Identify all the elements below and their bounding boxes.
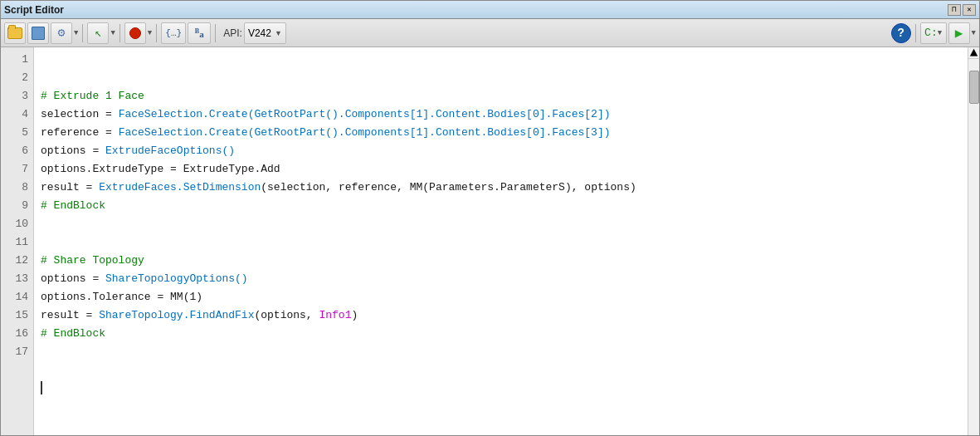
- sep5: [915, 24, 916, 42]
- line-number: 9: [6, 197, 28, 215]
- line-number: 3: [6, 87, 28, 105]
- code-line: [41, 343, 961, 361]
- line-number: 2: [6, 69, 28, 87]
- line-number: 17: [6, 343, 28, 361]
- line-number: 10: [6, 215, 28, 233]
- line-number: 16: [6, 325, 28, 343]
- token-blue: ShareTopology.FindAndFix: [99, 309, 254, 321]
- sep1: [82, 24, 83, 42]
- code-line: [41, 361, 961, 380]
- token-plain: result =: [41, 309, 99, 321]
- scroll-up-button[interactable]: ▲: [968, 47, 979, 59]
- folder-icon: [7, 27, 22, 39]
- code-line: selection = FaceSelection.Create(GetRoot…: [41, 105, 961, 124]
- code-line: options.ExtrudeType = ExtrudeType.Add: [41, 160, 961, 179]
- code-editor[interactable]: # Extrude 1 Faceselection = FaceSelectio…: [34, 47, 968, 435]
- code-line: [41, 380, 961, 398]
- scope-icon: Ba: [195, 27, 204, 39]
- token-plain: options =: [41, 145, 105, 157]
- code-line: result = ShareTopology.FindAndFix(option…: [41, 306, 961, 325]
- token-blue: FaceSelection.Create(GetRootPart().Compo…: [119, 108, 611, 120]
- open-button[interactable]: [4, 22, 26, 44]
- cursor-arrow: ▼: [110, 29, 115, 37]
- api-label: API:: [223, 27, 242, 39]
- token-plain: options =: [41, 272, 105, 285]
- help-button[interactable]: ?: [891, 23, 911, 43]
- scrollbar-thumb[interactable]: [969, 71, 979, 104]
- scope-button[interactable]: Ba: [188, 22, 211, 44]
- run-button[interactable]: ▶: [948, 22, 970, 44]
- sep3: [156, 24, 157, 42]
- token-comment: # Share Topology: [41, 254, 144, 267]
- token-blue: ExtrudeFaceOptions(): [105, 145, 235, 157]
- api-dropdown-arrow: ▼: [275, 29, 282, 37]
- text-cursor: [41, 381, 42, 394]
- line-number: 12: [6, 252, 28, 270]
- token-blue: ExtrudeFaces.SetDimension: [99, 181, 261, 194]
- line-number: 14: [6, 288, 28, 306]
- token-plain: ): [351, 309, 358, 321]
- title-bar: Script Editor ⊓ ✕: [1, 1, 979, 19]
- token-plain: reference =: [41, 126, 119, 139]
- line-number: 6: [6, 142, 28, 160]
- gear-icon: ⚙: [57, 25, 65, 41]
- save-button[interactable]: [27, 22, 49, 44]
- run-options-button[interactable]: C: ▼: [920, 22, 947, 44]
- record-button[interactable]: [124, 22, 146, 44]
- code-line: options = ExtrudeFaceOptions(): [41, 142, 961, 160]
- run-options-arrow: ▼: [938, 29, 942, 37]
- line-number: 5: [6, 124, 28, 142]
- close-button[interactable]: ✕: [963, 4, 976, 16]
- api-version-dropdown[interactable]: V242 ▼: [244, 22, 286, 44]
- sep4: [215, 24, 216, 42]
- braces-icon: {…}: [165, 28, 182, 38]
- settings-arrow: ▼: [74, 29, 78, 37]
- token-plain: selection =: [41, 108, 119, 120]
- line-number: 7: [6, 160, 28, 179]
- toolbar: ⚙ ▼ ↖ ▼ ▼ {…} Ba API: V242 ▼: [1, 19, 979, 47]
- cursor-button[interactable]: ↖: [87, 22, 109, 44]
- title-bar-controls: ⊓ ✕: [948, 4, 976, 16]
- line-number: 4: [6, 105, 28, 124]
- script-editor-window: Script Editor ⊓ ✕ ⚙ ▼ ↖ ▼ ▼: [0, 0, 980, 436]
- token-plain: (options,: [254, 309, 319, 321]
- token-plain: (selection, reference, MM(Parameters.Par…: [261, 181, 636, 194]
- sep2: [119, 24, 120, 42]
- window-title: Script Editor: [4, 4, 64, 16]
- run-options-icon: C:: [924, 27, 938, 39]
- pin-button[interactable]: ⊓: [948, 4, 961, 16]
- token-blue: FaceSelection.Create(GetRootPart().Compo…: [119, 126, 611, 139]
- code-line: result = ExtrudeFaces.SetDimension(selec…: [41, 179, 961, 197]
- token-comment: # EndBlock: [41, 199, 105, 212]
- title-bar-left: Script Editor: [4, 4, 64, 16]
- code-line: reference = FaceSelection.Create(GetRoot…: [41, 124, 961, 142]
- editor-area: 1234567891011121314151617 # Extrude 1 Fa…: [1, 47, 979, 435]
- code-line: # Share Topology: [41, 252, 961, 270]
- code-line: # Extrude 1 Face: [41, 87, 961, 105]
- token-blue: ShareTopologyOptions(): [105, 272, 248, 285]
- help-icon: ?: [897, 27, 904, 40]
- line-number: 8: [6, 179, 28, 197]
- code-line: [41, 233, 961, 252]
- token-plain: options.ExtrudeType = ExtrudeType.Add: [41, 163, 280, 175]
- line-number: 1: [6, 51, 28, 69]
- scrollbar[interactable]: ▲: [968, 47, 979, 435]
- cursor-icon: ↖: [95, 26, 101, 40]
- code-line: options.Tolerance = MM(1): [41, 288, 961, 306]
- code-line: options = ShareTopologyOptions(): [41, 270, 961, 288]
- api-version-label: V242: [248, 27, 271, 39]
- code-line: # EndBlock: [41, 197, 961, 215]
- play-icon: ▶: [955, 25, 963, 42]
- line-number: 15: [6, 306, 28, 325]
- record-arrow: ▼: [148, 29, 152, 37]
- braces-button[interactable]: {…}: [161, 22, 186, 44]
- save-icon: [32, 27, 45, 40]
- token-plain: options.Tolerance = MM(1): [41, 291, 202, 303]
- token-comment: # Extrude 1 Face: [41, 90, 144, 102]
- token-comment: # EndBlock: [41, 327, 105, 340]
- line-number: 13: [6, 270, 28, 288]
- code-line: # EndBlock: [41, 325, 961, 343]
- settings-button[interactable]: ⚙: [51, 22, 72, 44]
- code-line: [41, 215, 961, 233]
- record-icon: [129, 27, 141, 39]
